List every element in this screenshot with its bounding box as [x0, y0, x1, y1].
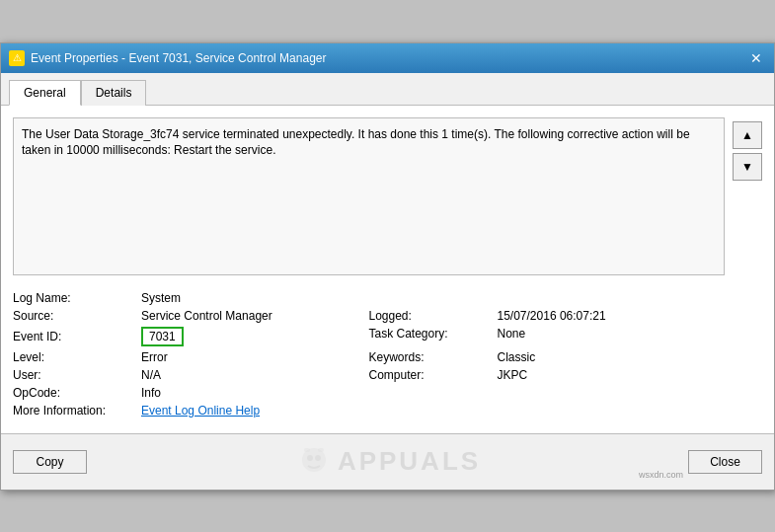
- logged-field: Logged: 15/07/2016 06:07:21: [369, 309, 726, 327]
- computer-field: Computer: JKPC: [369, 368, 726, 386]
- user-label: User:: [13, 368, 141, 382]
- opcode-row: OpCode: Info: [13, 386, 725, 400]
- event-message-text: The User Data Storage_3fc74 service term…: [22, 127, 690, 158]
- source-field: Source: Service Control Manager: [13, 309, 369, 327]
- event-message-box[interactable]: The User Data Storage_3fc74 service term…: [13, 117, 725, 275]
- fields-section: Log Name: System Source: Service Control…: [13, 291, 725, 418]
- content-area: The User Data Storage_3fc74 service term…: [1, 106, 774, 433]
- window-close-button[interactable]: ✕: [746, 48, 766, 68]
- level-value: Error: [141, 350, 168, 364]
- more-info-row: More Information: Event Log Online Help: [13, 404, 725, 418]
- window-icon: ⚠: [9, 50, 25, 66]
- wsxdn-badge: wsxdn.com: [639, 470, 683, 480]
- window-title: Event Properties - Event 7031, Service C…: [31, 51, 326, 65]
- tab-bar: General Details: [1, 73, 774, 106]
- user-computer-row: User: N/A Computer: JKPC: [13, 368, 725, 386]
- event-properties-window: ⚠ Event Properties - Event 7031, Service…: [0, 42, 775, 491]
- keywords-label: Keywords:: [369, 350, 498, 364]
- event-log-online-help-link[interactable]: Event Log Online Help: [141, 404, 260, 418]
- window-icon-glyph: ⚠: [13, 52, 22, 63]
- computer-value: JKPC: [498, 368, 528, 382]
- svg-point-2: [315, 455, 321, 461]
- svg-point-1: [307, 455, 313, 461]
- appuals-logo: APPUALS: [294, 442, 481, 482]
- watermark-area: APPUALS wsxdn.com: [87, 442, 688, 482]
- keywords-field: Keywords: Classic: [369, 350, 726, 368]
- opcode-label: OpCode:: [13, 386, 141, 400]
- next-event-button[interactable]: ▼: [733, 153, 762, 181]
- tab-details[interactable]: Details: [81, 80, 147, 106]
- task-category-label: Task Category:: [369, 327, 498, 341]
- event-id-label: Event ID:: [13, 330, 141, 343]
- computer-label: Computer:: [369, 368, 498, 382]
- user-value: N/A: [141, 368, 161, 382]
- more-info-label: More Information:: [13, 404, 141, 418]
- appuals-mascot-icon: [294, 442, 334, 482]
- log-name-row: Log Name: System: [13, 291, 725, 305]
- event-id-value: 7031: [141, 327, 184, 346]
- log-name-value: System: [141, 291, 181, 305]
- opcode-value: Info: [141, 386, 161, 400]
- level-keywords-row: Level: Error Keywords: Classic: [13, 350, 725, 368]
- svg-rect-3: [304, 448, 310, 452]
- navigation-buttons: ▲ ▼: [733, 117, 762, 421]
- level-label: Level:: [13, 350, 141, 364]
- source-logged-row: Source: Service Control Manager Logged: …: [13, 309, 725, 327]
- up-arrow-icon: ▲: [741, 128, 753, 142]
- title-bar-left: ⚠ Event Properties - Event 7031, Service…: [9, 50, 326, 66]
- bottom-bar: Copy APPUALS wsxdn.com Close: [1, 433, 774, 490]
- keywords-value: Classic: [498, 350, 536, 364]
- title-bar: ⚠ Event Properties - Event 7031, Service…: [1, 43, 774, 73]
- user-field: User: N/A: [13, 368, 369, 386]
- appuals-text: APPUALS: [338, 446, 481, 477]
- logged-label: Logged:: [369, 309, 498, 323]
- eventid-taskcategory-row: Event ID: 7031 Task Category: None: [13, 327, 725, 350]
- task-category-value: None: [498, 327, 526, 341]
- copy-button[interactable]: Copy: [13, 450, 87, 474]
- svg-rect-4: [318, 448, 324, 452]
- task-category-field: Task Category: None: [369, 327, 726, 350]
- previous-event-button[interactable]: ▲: [733, 121, 762, 149]
- logged-value: 15/07/2016 06:07:21: [498, 309, 606, 323]
- source-label: Source:: [13, 309, 141, 323]
- tab-general[interactable]: General: [9, 80, 81, 106]
- down-arrow-icon: ▼: [741, 160, 753, 174]
- event-id-field: Event ID: 7031: [13, 327, 369, 350]
- log-name-label: Log Name:: [13, 291, 141, 305]
- main-content: The User Data Storage_3fc74 service term…: [13, 117, 725, 421]
- source-value: Service Control Manager: [141, 309, 272, 323]
- level-field: Level: Error: [13, 350, 369, 368]
- close-button[interactable]: Close: [688, 450, 762, 474]
